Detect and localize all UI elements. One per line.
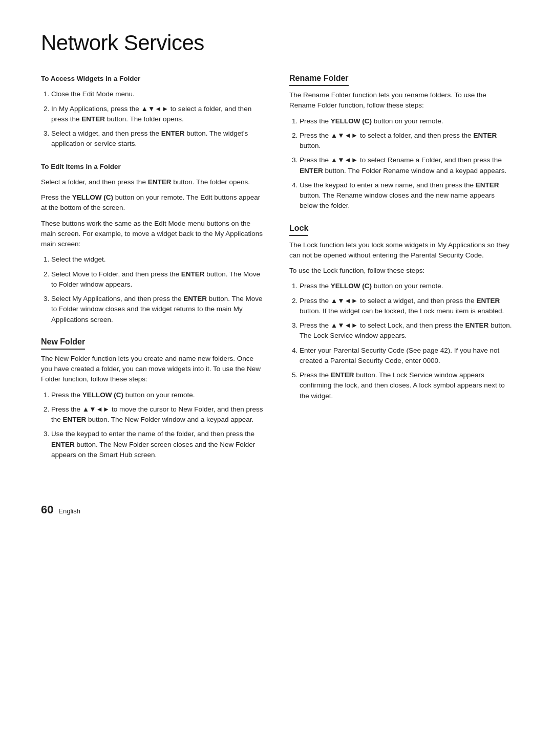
section-rename-folder-intro: The Rename Folder function lets you rena…: [289, 90, 512, 111]
section-edit-items-para2: Press the YELLOW (C) button on your remo…: [41, 192, 264, 213]
section-access-widgets-list: Close the Edit Mode menu. In My Applicat…: [51, 89, 264, 149]
section-lock-list: Press the YELLOW (C) button on your remo…: [300, 281, 512, 401]
section-rename-folder-list: Press the YELLOW (C) button on your remo…: [300, 116, 512, 211]
section-edit-items-list: Select the widget. Select Move to Folder…: [51, 254, 264, 325]
section-lock: Lock The Lock function lets you lock som…: [289, 224, 512, 401]
section-lock-intro1: The Lock function lets you lock some wid…: [289, 240, 512, 261]
list-item: Enter your Parental Security Code (See p…: [300, 345, 512, 366]
list-item: Press the ▲▼◄► to select a folder, and t…: [300, 131, 512, 152]
list-item: Press the YELLOW (C) button on your remo…: [300, 116, 512, 126]
list-item: Select a widget, and then press the ENTE…: [51, 128, 264, 149]
section-new-folder-intro: The New Folder function lets you create …: [41, 354, 264, 385]
section-edit-items-para3: These buttons work the same as the Edit …: [41, 219, 264, 250]
two-column-layout: To Access Widgets in a Folder Close the …: [41, 74, 512, 472]
footer: 60 English: [41, 503, 512, 516]
list-item: Press the ▲▼◄► to move the cursor to New…: [51, 404, 264, 425]
section-lock-intro2: To use the Lock function, follow these s…: [289, 266, 512, 276]
list-item: Press the ▲▼◄► to select Rename a Folder…: [300, 155, 512, 176]
section-edit-items-heading: To Edit Items in a Folder: [41, 162, 264, 172]
list-item: Press the ▲▼◄► to select a widget, and t…: [300, 296, 512, 317]
list-item: Use the keypad to enter the name of the …: [51, 429, 264, 460]
section-lock-heading: Lock: [289, 224, 308, 236]
page-language: English: [58, 507, 80, 515]
section-new-folder-heading: New Folder: [41, 337, 85, 350]
section-access-widgets: To Access Widgets in a Folder Close the …: [41, 74, 264, 149]
section-new-folder: New Folder The New Folder function lets …: [41, 337, 264, 460]
list-item: Select Move to Folder, and then press th…: [51, 269, 264, 290]
section-edit-items-para1: Select a folder, and then press the ENTE…: [41, 177, 264, 187]
section-edit-items: To Edit Items in a Folder Select a folde…: [41, 162, 264, 325]
list-item: In My Applications, press the ▲▼◄► to se…: [51, 104, 264, 125]
list-item: Press the YELLOW (C) button on your remo…: [51, 390, 264, 400]
list-item: Press the ENTER button. The Lock Service…: [300, 370, 512, 401]
list-item: Press the ▲▼◄► to select Lock, and then …: [300, 320, 512, 341]
section-rename-folder: Rename Folder The Rename Folder function…: [289, 74, 512, 211]
section-new-folder-list: Press the YELLOW (C) button on your remo…: [51, 390, 264, 461]
section-access-widgets-heading: To Access Widgets in a Folder: [41, 74, 264, 84]
list-item: Use the keypad to enter a new name, and …: [300, 180, 512, 211]
page-number: 60: [41, 503, 53, 516]
section-rename-folder-heading: Rename Folder: [289, 74, 349, 86]
list-item: Select the widget.: [51, 254, 264, 265]
right-column: Rename Folder The Rename Folder function…: [289, 74, 512, 472]
left-column: To Access Widgets in a Folder Close the …: [41, 74, 264, 472]
list-item: Press the YELLOW (C) button on your remo…: [300, 281, 512, 291]
list-item: Select My Applications, and then press t…: [51, 294, 264, 325]
page-title: Network Services: [41, 31, 512, 55]
list-item: Close the Edit Mode menu.: [51, 89, 264, 99]
